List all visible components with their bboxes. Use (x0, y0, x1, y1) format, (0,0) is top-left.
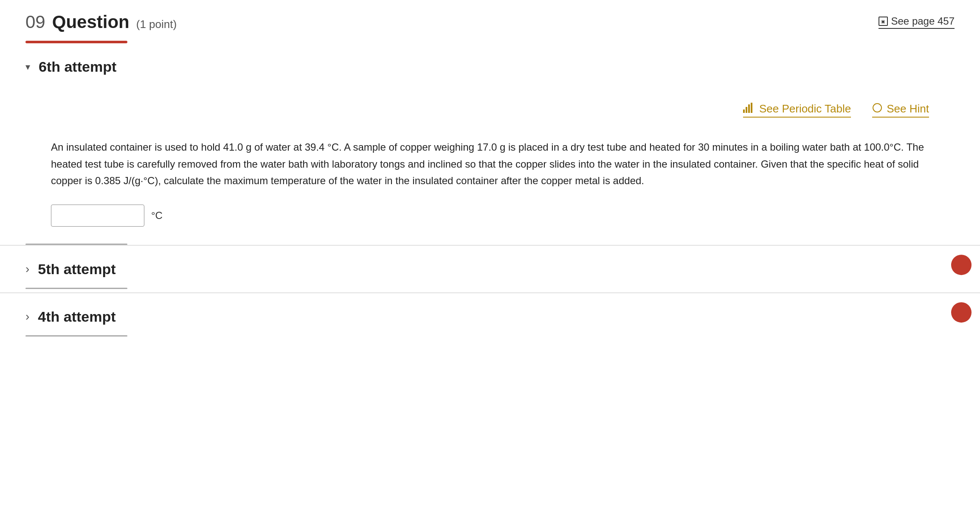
attempt-4th-badge (951, 302, 972, 323)
attempt-4th-header[interactable]: › 4th attempt (25, 293, 955, 335)
svg-point-4 (873, 104, 881, 112)
question-number: 09 (25, 12, 45, 32)
attempt-6th-section: ▾ 6th attempt See Periodic Table See Hin (0, 43, 980, 245)
attempt-5th-divider (25, 288, 127, 289)
attempt-5th-badge (951, 255, 972, 275)
answer-input[interactable] (51, 205, 144, 227)
question-body-text: An insulated container is used to hold 4… (25, 126, 955, 198)
chevron-right-icon-4th[interactable]: › (25, 310, 29, 323)
chevron-right-icon-5th[interactable]: › (25, 262, 29, 276)
question-text-content: An insulated container is used to hold 4… (51, 141, 924, 186)
attempt-6th-header[interactable]: ▾ 6th attempt (25, 43, 955, 85)
see-page-label: See page 457 (891, 15, 955, 27)
attempt-5th-section: › 5th attempt (0, 245, 980, 289)
svg-rect-0 (743, 109, 745, 113)
see-hint-label: See Hint (887, 102, 929, 115)
tools-row: See Periodic Table See Hint (25, 85, 955, 126)
attempt-5th-label: 5th attempt (38, 261, 115, 278)
attempt-4th-label: 4th attempt (38, 309, 115, 325)
book-icon: ▣ (879, 17, 888, 26)
svg-rect-2 (748, 104, 750, 113)
svg-rect-1 (746, 107, 747, 113)
answer-unit: °C (151, 210, 163, 222)
svg-rect-3 (751, 103, 752, 113)
chevron-down-icon[interactable]: ▾ (25, 62, 30, 73)
periodic-table-icon (743, 103, 755, 115)
question-title: Question (52, 12, 130, 32)
periodic-table-link[interactable]: See Periodic Table (743, 102, 851, 118)
attempt-6th-label: 6th attempt (39, 59, 116, 75)
attempt-4th-section: › 4th attempt (0, 292, 980, 337)
attempt-4th-divider (25, 335, 127, 337)
see-page-link[interactable]: ▣ See page 457 (879, 15, 955, 29)
question-points: (1 point) (136, 18, 177, 31)
hint-icon (872, 103, 882, 115)
periodic-table-label: See Periodic Table (759, 102, 851, 115)
see-hint-link[interactable]: See Hint (872, 102, 929, 118)
attempt-5th-collapsed: › 5th attempt (0, 245, 980, 289)
attempt-4th-collapsed: › 4th attempt (0, 293, 980, 337)
question-title-group: 09 Question (1 point) (25, 12, 177, 32)
answer-row: °C (25, 198, 955, 244)
page-header: 09 Question (1 point) ▣ See page 457 (0, 0, 980, 41)
attempt-5th-header[interactable]: › 5th attempt (25, 246, 955, 288)
